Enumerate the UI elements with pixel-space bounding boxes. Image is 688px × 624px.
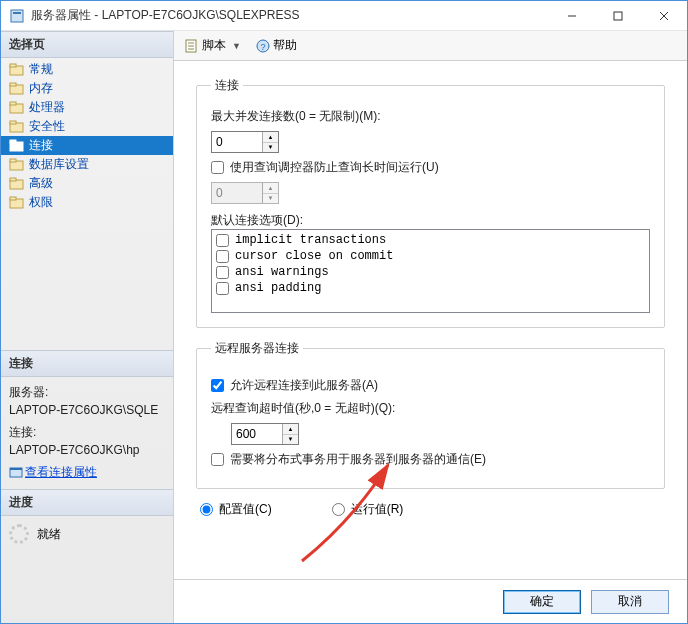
- nav-item[interactable]: 处理器: [1, 98, 173, 117]
- conn-value: LAPTOP-E7C6OJKG\hp: [9, 441, 165, 459]
- governor-limit-input: [212, 183, 262, 203]
- spin-up-icon[interactable]: ▲: [283, 424, 298, 435]
- option-checkbox[interactable]: [216, 250, 229, 263]
- query-governor-checkbox[interactable]: [211, 161, 224, 174]
- nav-item[interactable]: 连接: [1, 136, 173, 155]
- nav-item[interactable]: 内存: [1, 79, 173, 98]
- option-checkbox[interactable]: [216, 266, 229, 279]
- toolbar: 脚本 ▼ ? 帮助: [174, 31, 687, 61]
- minimize-button[interactable]: [549, 1, 595, 31]
- right-panel: 脚本 ▼ ? 帮助 连接 最大并发连接数(0 = 无限制)(M): ▲▼: [174, 31, 687, 623]
- option-label: ansi padding: [235, 281, 321, 295]
- content-area: 连接 最大并发连接数(0 = 无限制)(M): ▲▼ 使用查询调控器防止查询长时…: [174, 61, 687, 579]
- page-nav-list: 常规内存处理器安全性连接数据库设置高级权限: [1, 58, 173, 214]
- page-icon: [9, 158, 25, 172]
- nav-item-label: 内存: [29, 80, 53, 97]
- window-title: 服务器属性 - LAPTOP-E7C6OJKG\SQLEXPRESS: [31, 7, 549, 24]
- spin-down-icon: ▼: [263, 194, 278, 204]
- help-icon: ?: [255, 38, 271, 54]
- nav-item[interactable]: 权限: [1, 193, 173, 212]
- nav-item-label: 连接: [29, 137, 53, 154]
- svg-text:?: ?: [260, 42, 265, 52]
- nav-item[interactable]: 高级: [1, 174, 173, 193]
- configured-radio[interactable]: 配置值(C): [200, 501, 272, 518]
- server-properties-dialog: 服务器属性 - LAPTOP-E7C6OJKG\SQLEXPRESS 选择页 常…: [0, 0, 688, 624]
- nav-item[interactable]: 安全性: [1, 117, 173, 136]
- maximize-button[interactable]: [595, 1, 641, 31]
- list-item[interactable]: ansi warnings: [216, 264, 645, 280]
- nav-item-label: 常规: [29, 61, 53, 78]
- server-value: LAPTOP-E7C6OJKG\SQLE: [9, 401, 165, 419]
- max-connections-spinner[interactable]: ▲▼: [211, 131, 279, 153]
- page-icon: [9, 101, 25, 115]
- spin-up-icon[interactable]: ▲: [263, 132, 278, 143]
- remote-timeout-label: 远程查询超时值(秒,0 = 无超时)(Q):: [211, 400, 650, 417]
- page-icon: [9, 196, 25, 210]
- option-label: ansi warnings: [235, 265, 329, 279]
- allow-remote-label: 允许远程连接到此服务器(A): [230, 377, 378, 394]
- view-connection-properties-link[interactable]: 查看连接属性: [25, 463, 97, 481]
- page-icon: [9, 63, 25, 77]
- connections-legend: 连接: [211, 77, 243, 94]
- nav-item-label: 权限: [29, 194, 53, 211]
- properties-icon: [9, 465, 23, 479]
- script-dropdown-icon[interactable]: ▼: [228, 41, 245, 51]
- remote-timeout-spinner[interactable]: ▲▼: [231, 423, 299, 445]
- help-button[interactable]: 帮助: [273, 37, 297, 54]
- progress-state: 就绪: [37, 526, 61, 543]
- connections-group: 连接 最大并发连接数(0 = 无限制)(M): ▲▼ 使用查询调控器防止查询长时…: [196, 77, 665, 328]
- svg-rect-13: [10, 121, 16, 124]
- nav-item[interactable]: 数据库设置: [1, 155, 173, 174]
- spin-down-icon[interactable]: ▼: [283, 435, 298, 445]
- running-radio[interactable]: 运行值(R): [332, 501, 404, 518]
- connection-header: 连接: [1, 350, 173, 377]
- option-label: implicit transactions: [235, 233, 386, 247]
- svg-rect-1: [13, 12, 21, 14]
- list-item[interactable]: cursor close on commit: [216, 248, 645, 264]
- remote-group: 远程服务器连接 允许远程连接到此服务器(A) 远程查询超时值(秒,0 = 无超时…: [196, 340, 665, 489]
- svg-rect-9: [10, 83, 16, 86]
- page-icon: [9, 177, 25, 191]
- spin-up-icon: ▲: [263, 183, 278, 194]
- allow-remote-checkbox[interactable]: [211, 379, 224, 392]
- query-governor-label: 使用查询调控器防止查询长时间运行(U): [230, 159, 439, 176]
- governor-limit-spinner: ▲▼: [211, 182, 279, 204]
- ok-button[interactable]: 确定: [503, 590, 581, 614]
- list-item[interactable]: ansi padding: [216, 280, 645, 296]
- cancel-button[interactable]: 取消: [591, 590, 669, 614]
- page-icon: [9, 120, 25, 134]
- close-button[interactable]: [641, 1, 687, 31]
- dtc-checkbox[interactable]: [211, 453, 224, 466]
- nav-item-label: 安全性: [29, 118, 65, 135]
- spin-down-icon[interactable]: ▼: [263, 143, 278, 153]
- svg-rect-7: [10, 64, 16, 67]
- progress-pane: 就绪: [1, 516, 173, 552]
- page-icon: [9, 82, 25, 96]
- dtc-label: 需要将分布式事务用于服务器到服务器的通信(E): [230, 451, 486, 468]
- option-checkbox[interactable]: [216, 282, 229, 295]
- list-item[interactable]: implicit transactions: [216, 232, 645, 248]
- dialog-footer: 确定 取消: [174, 579, 687, 623]
- script-icon: [184, 38, 200, 54]
- svg-rect-21: [10, 197, 16, 200]
- select-page-header: 选择页: [1, 31, 173, 58]
- page-icon: [9, 139, 25, 153]
- max-connections-input[interactable]: [212, 132, 262, 152]
- progress-spinner-icon: [9, 524, 29, 544]
- script-button[interactable]: 脚本: [202, 37, 226, 54]
- conn-label: 连接:: [9, 423, 165, 441]
- left-panel: 选择页 常规内存处理器安全性连接数据库设置高级权限 连接 服务器: LAPTOP…: [1, 31, 174, 623]
- nav-item-label: 高级: [29, 175, 53, 192]
- option-checkbox[interactable]: [216, 234, 229, 247]
- connection-pane: 服务器: LAPTOP-E7C6OJKG\SQLE 连接: LAPTOP-E7C…: [1, 377, 173, 489]
- max-connections-label: 最大并发连接数(0 = 无限制)(M):: [211, 108, 650, 125]
- svg-rect-23: [10, 468, 22, 470]
- remote-timeout-input[interactable]: [232, 424, 282, 444]
- nav-item-label: 处理器: [29, 99, 65, 116]
- svg-rect-19: [10, 178, 16, 181]
- progress-header: 进度: [1, 489, 173, 516]
- nav-item[interactable]: 常规: [1, 60, 173, 79]
- default-options-listbox[interactable]: implicit transactionscursor close on com…: [211, 229, 650, 313]
- svg-rect-11: [10, 102, 16, 105]
- remote-legend: 远程服务器连接: [211, 340, 303, 357]
